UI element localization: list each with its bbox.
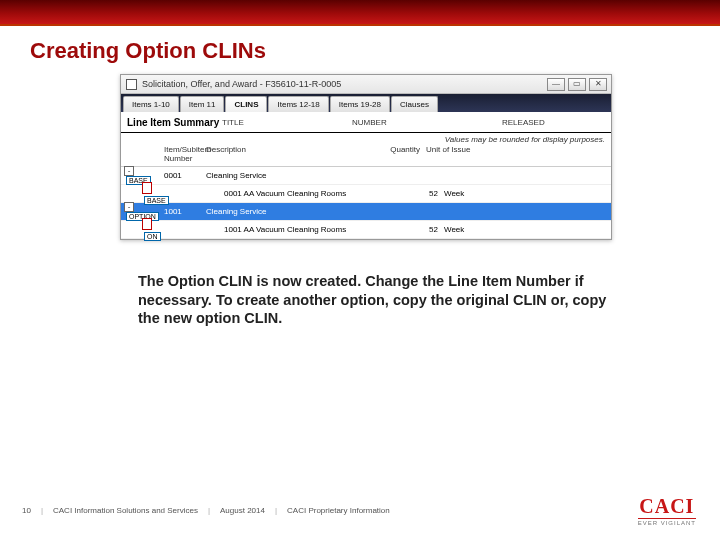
footer: 10 | CACI Information Solutions and Serv… bbox=[0, 495, 720, 526]
table-row[interactable]: BASE 0001 AA Vacuum Cleaning Rooms 52 We… bbox=[121, 185, 611, 203]
title-column-label: TITLE bbox=[222, 118, 352, 127]
tab-strip: Items 1-10 Item 11 CLINS Items 12-18 Ite… bbox=[121, 94, 611, 112]
tab-items-1-10[interactable]: Items 1-10 bbox=[123, 96, 179, 112]
page-number: 10 bbox=[22, 506, 31, 515]
collapse-icon[interactable]: - bbox=[124, 202, 134, 212]
tab-items-19-28[interactable]: Items 19-28 bbox=[330, 96, 390, 112]
cell-qty: 52 bbox=[386, 189, 441, 198]
rounding-note: Values may be rounded for display purpos… bbox=[121, 133, 611, 144]
footer-org: CACI Information Solutions and Services bbox=[53, 506, 198, 515]
maximize-button[interactable]: ▭ bbox=[568, 78, 586, 91]
table-row[interactable]: -BASE 0001 Cleaning Service bbox=[121, 167, 611, 185]
cell-num: 0001 bbox=[161, 171, 203, 180]
footer-date: August 2014 bbox=[220, 506, 265, 515]
col-quantity: Quantity bbox=[368, 145, 423, 163]
slide-title: Creating Option CLINs bbox=[30, 38, 720, 64]
cell-qty: 52 bbox=[386, 225, 441, 234]
tab-clauses[interactable]: Clauses bbox=[391, 96, 438, 112]
number-column-label: NUMBER bbox=[352, 118, 502, 127]
released-column-label: RELEASED bbox=[502, 118, 545, 127]
logo-tagline: EVER VIGILANT bbox=[638, 518, 696, 526]
brand-top-bar bbox=[0, 0, 720, 26]
doc-icon bbox=[142, 218, 152, 230]
close-button[interactable]: ✕ bbox=[589, 78, 607, 91]
cell-desc: Cleaning Service bbox=[203, 171, 368, 180]
doc-icon bbox=[142, 182, 152, 194]
cell-uoi: Week bbox=[441, 225, 511, 234]
sub-header-row: Item/Subitem Number Description Quantity… bbox=[121, 144, 611, 167]
screenshot-window: Solicitation, Offer, and Award - F35610-… bbox=[120, 74, 612, 240]
footer-classification: CACI Proprietary Information bbox=[287, 506, 390, 515]
col-item-number: Item/Subitem Number bbox=[161, 145, 203, 163]
cell-num: 1001 bbox=[161, 207, 203, 216]
col-description: Description bbox=[203, 145, 368, 163]
badge-option: ON bbox=[144, 232, 161, 241]
brand-logo: CACI EVER VIGILANT bbox=[638, 495, 696, 526]
logo-text: CACI bbox=[638, 495, 696, 518]
cell-uoi: Week bbox=[441, 189, 511, 198]
minimize-button[interactable]: — bbox=[547, 78, 565, 91]
table-row-selected[interactable]: -OPTION 1001 Cleaning Service bbox=[121, 203, 611, 221]
cell-desc: 1001 AA Vacuum Cleaning Rooms bbox=[221, 225, 386, 234]
cell-desc: Cleaning Service bbox=[203, 207, 368, 216]
tab-items-12-18[interactable]: Items 12-18 bbox=[268, 96, 328, 112]
line-item-summary-label: Line Item Summary bbox=[121, 117, 222, 128]
window-caption: Solicitation, Offer, and Award - F35610-… bbox=[142, 79, 547, 89]
cell-desc: 0001 AA Vacuum Cleaning Rooms bbox=[221, 189, 386, 198]
tab-item-11[interactable]: Item 11 bbox=[180, 96, 225, 112]
table-row[interactable]: ON 1001 AA Vacuum Cleaning Rooms 52 Week bbox=[121, 221, 611, 239]
tab-clins[interactable]: CLINS bbox=[225, 96, 267, 112]
window-titlebar: Solicitation, Offer, and Award - F35610-… bbox=[121, 75, 611, 94]
collapse-icon[interactable]: - bbox=[124, 166, 134, 176]
col-unit-of-issue: Unit of Issue bbox=[423, 145, 493, 163]
app-icon bbox=[126, 79, 137, 90]
slide-body-text: The Option CLIN is now created. Change t… bbox=[138, 272, 608, 328]
header-row: Line Item Summary TITLE NUMBER RELEASED bbox=[121, 112, 611, 133]
